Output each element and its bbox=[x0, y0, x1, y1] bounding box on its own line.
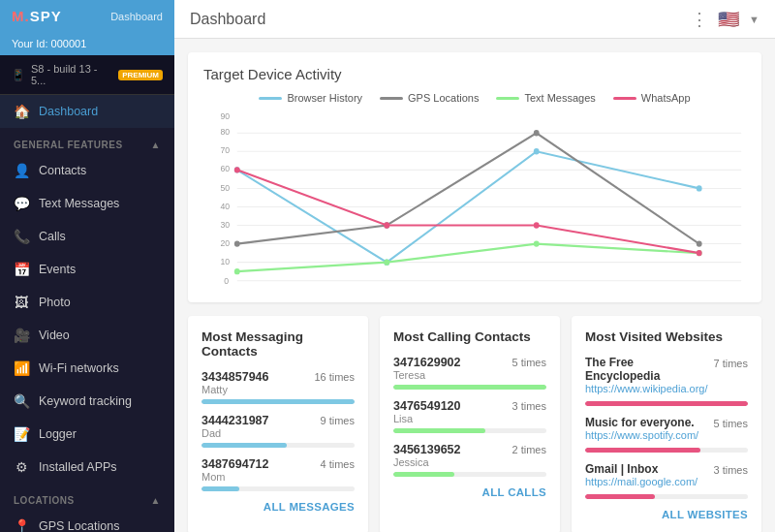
video-icon: 🎥 bbox=[14, 328, 29, 343]
sidebar-item-contacts[interactable]: 👤 Contacts bbox=[0, 154, 174, 187]
website-3-name: Gmail | Inbox bbox=[585, 462, 698, 476]
calling-contact-1: 3471629902 Teresa 5 times bbox=[393, 356, 546, 390]
messaging-contact-3-number: 3487694712 bbox=[202, 457, 269, 471]
chart-legend: Browser History GPS Locations Text Messa… bbox=[203, 92, 746, 104]
sidebar-nav: 🏠 Dashboard GENERAL FEATURES ▲ 👤 Contact… bbox=[0, 95, 174, 532]
messaging-contact-3: 3487694712 Mom 4 times bbox=[202, 457, 355, 491]
website-1-url[interactable]: https://www.wikipedia.org/ bbox=[585, 383, 708, 394]
sidebar-item-logger[interactable]: 📝 Logger bbox=[0, 418, 174, 451]
main-content: Dashboard ⋮ 🇺🇸 ▼ Target Device Activity … bbox=[174, 0, 775, 532]
svg-point-29 bbox=[534, 130, 540, 136]
sidebar-item-keyword[interactable]: 🔍 Keyword tracking bbox=[0, 385, 174, 418]
website-3: Gmail | Inbox https://mail.google.com/ 3… bbox=[585, 462, 748, 499]
sidebar: M.SPY Dashboard Your Id: 000001 📱 S8 - b… bbox=[0, 0, 174, 532]
messaging-contact-3-times: 4 times bbox=[321, 458, 355, 470]
legend-browser: Browser History bbox=[259, 92, 362, 104]
user-id-label: Your Id: 000001 bbox=[12, 38, 86, 49]
messaging-contact-2-times: 9 times bbox=[321, 415, 355, 426]
topbar-actions: ⋮ 🇺🇸 ▼ bbox=[691, 9, 760, 30]
home-icon: 🏠 bbox=[14, 104, 29, 119]
svg-point-25 bbox=[534, 148, 540, 154]
calling-contact-3-times: 2 times bbox=[512, 444, 546, 455]
sidebar-item-video[interactable]: 🎥 Video bbox=[0, 319, 174, 352]
messaging-contact-1-times: 16 times bbox=[314, 371, 355, 383]
website-3-url[interactable]: https://mail.google.com/ bbox=[585, 476, 698, 487]
calling-contact-2-name: Lisa bbox=[393, 413, 461, 424]
calling-contact-2-times: 3 times bbox=[512, 400, 546, 412]
device-label: S8 - build 13 - 5... bbox=[31, 63, 112, 86]
calling-contact-3-name: Jessica bbox=[393, 456, 461, 468]
svg-point-32 bbox=[384, 259, 389, 265]
device-icon: 📱 bbox=[12, 69, 25, 81]
calling-contact-2-number: 3476549120 bbox=[393, 399, 461, 413]
calling-contacts-card: Most Calling Contacts 3471629902 Teresa … bbox=[380, 316, 560, 532]
gps-icon: 📍 bbox=[14, 518, 29, 532]
calling-contact-1-times: 5 times bbox=[512, 357, 546, 368]
dropdown-chevron[interactable]: ▼ bbox=[749, 14, 760, 25]
all-messages-link[interactable]: ALL MESSAGES bbox=[202, 501, 355, 513]
website-2-times: 5 times bbox=[714, 416, 748, 429]
svg-point-37 bbox=[534, 222, 540, 228]
photo-icon: 🖼 bbox=[14, 295, 29, 310]
svg-point-30 bbox=[697, 240, 702, 246]
website-1-times: 7 times bbox=[714, 356, 748, 369]
more-options-icon[interactable]: ⋮ bbox=[691, 9, 708, 30]
device-info: 📱 S8 - build 13 - 5... PREMIUM bbox=[0, 55, 174, 95]
sidebar-item-photo[interactable]: 🖼 Photo bbox=[0, 286, 174, 319]
sidebar-item-text-messages[interactable]: 💬 Text Messages bbox=[0, 187, 174, 220]
chevron-up-icon-2: ▲ bbox=[151, 495, 161, 506]
logger-icon: 📝 bbox=[14, 426, 29, 442]
messaging-contact-2-name: Dad bbox=[202, 427, 269, 439]
all-websites-link[interactable]: ALL WEBSITES bbox=[585, 509, 748, 520]
calling-contact-3-number: 3456139652 bbox=[393, 443, 461, 456]
website-1-name: The Free Encyclopedia bbox=[585, 356, 708, 383]
website-2: Music for everyone. https://www.spotify.… bbox=[585, 416, 748, 453]
legend-gps: GPS Locations bbox=[380, 92, 479, 104]
user-id: Dashboard bbox=[110, 11, 163, 22]
activity-chart-svg: 0 10 20 30 40 50 60 70 80 90 bbox=[203, 111, 746, 286]
language-flag[interactable]: 🇺🇸 bbox=[718, 9, 739, 30]
wifi-icon: 📶 bbox=[14, 360, 29, 376]
svg-point-35 bbox=[234, 167, 240, 172]
dashboard-label: Dashboard bbox=[39, 105, 98, 118]
sidebar-header: M.SPY Dashboard bbox=[0, 0, 174, 32]
svg-text:30: 30 bbox=[220, 219, 230, 229]
app-logo: M.SPY bbox=[12, 8, 62, 24]
sidebar-item-gps[interactable]: 📍 GPS Locations bbox=[0, 510, 174, 532]
content-area: Target Device Activity Browser History G… bbox=[174, 39, 775, 532]
user-id-bar: Your Id: 000001 bbox=[0, 32, 174, 55]
chart-title: Target Device Activity bbox=[203, 66, 746, 82]
svg-text:10: 10 bbox=[220, 256, 230, 266]
svg-text:80: 80 bbox=[220, 127, 230, 137]
svg-text:50: 50 bbox=[220, 182, 230, 192]
calling-contact-1-name: Teresa bbox=[393, 369, 461, 381]
sidebar-item-wifi[interactable]: 📶 Wi-Fi networks bbox=[0, 352, 174, 385]
messaging-contact-2-number: 3444231987 bbox=[202, 414, 269, 427]
general-section-header: GENERAL FEATURES ▲ bbox=[0, 132, 174, 154]
messaging-contact-1-number: 3434857946 bbox=[202, 370, 269, 384]
visited-websites-card: Most Visited Websites The Free Encyclope… bbox=[572, 316, 761, 532]
svg-text:90: 90 bbox=[220, 111, 230, 121]
calling-contact-2: 3476549120 Lisa 3 times bbox=[393, 399, 546, 433]
sidebar-item-apps[interactable]: ⚙ Installed APPs bbox=[0, 451, 174, 484]
websites-card-title: Most Visited Websites bbox=[585, 329, 748, 344]
locations-section-header: LOCATIONS ▲ bbox=[0, 487, 174, 510]
chevron-up-icon: ▲ bbox=[151, 140, 161, 150]
all-calls-link[interactable]: ALL CALLS bbox=[393, 486, 546, 498]
sidebar-item-events[interactable]: 📅 Events bbox=[0, 253, 174, 286]
website-2-name: Music for everyone. bbox=[585, 416, 698, 429]
topbar: Dashboard ⋮ 🇺🇸 ▼ bbox=[174, 0, 775, 39]
messaging-contact-3-name: Mom bbox=[202, 471, 269, 483]
svg-point-36 bbox=[384, 222, 389, 228]
website-2-url[interactable]: https://www.spotify.com/ bbox=[585, 429, 698, 441]
svg-point-31 bbox=[234, 268, 240, 274]
svg-point-26 bbox=[697, 185, 702, 191]
calling-card-title: Most Calling Contacts bbox=[393, 329, 546, 344]
messaging-contact-2: 3444231987 Dad 9 times bbox=[202, 414, 355, 448]
sidebar-item-dashboard[interactable]: 🏠 Dashboard bbox=[0, 95, 174, 128]
messaging-card-title: Most Messaging Contacts bbox=[202, 329, 355, 359]
events-icon: 📅 bbox=[14, 262, 29, 277]
sidebar-item-calls[interactable]: 📞 Calls bbox=[0, 220, 174, 253]
svg-text:60: 60 bbox=[220, 164, 230, 173]
svg-point-33 bbox=[534, 240, 540, 246]
